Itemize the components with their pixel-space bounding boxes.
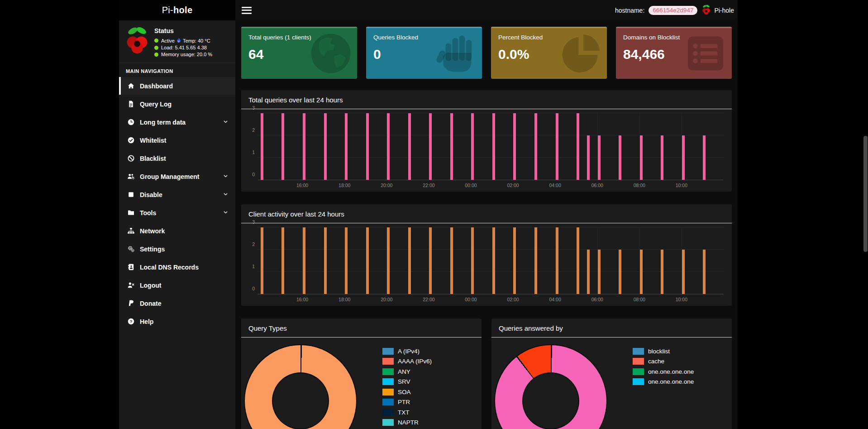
bar-21:05[interactable] (408, 113, 411, 180)
legend-item[interactable]: one.one.one.one (633, 377, 694, 387)
bar-05:05[interactable] (577, 113, 579, 180)
bar-03:05[interactable] (534, 227, 537, 294)
vertical-scrollbar[interactable] (863, 136, 868, 252)
bar-01:05[interactable] (492, 113, 495, 180)
ban-icon (126, 154, 136, 162)
bar-06:05[interactable] (598, 250, 601, 294)
legend-item[interactable]: SOA (382, 387, 432, 397)
bar-15:05[interactable] (281, 227, 284, 294)
sidebar-item-tools[interactable]: Tools (119, 204, 235, 222)
bar-22:05[interactable] (429, 227, 432, 294)
sidebar-item-blacklist[interactable]: Blacklist (119, 149, 235, 167)
bar-20:05[interactable] (387, 227, 390, 294)
bar-07:05[interactable] (619, 135, 621, 180)
card-title: Domains on Blocklist (623, 34, 725, 41)
legend-swatch (633, 378, 644, 385)
bar-21:05[interactable] (408, 227, 411, 294)
legend-item[interactable]: one.one.one.one (633, 366, 694, 377)
bar-18:05[interactable] (345, 227, 348, 294)
bar-04:05[interactable] (556, 227, 558, 294)
bar-09:05[interactable] (661, 135, 663, 180)
bar-10:05[interactable] (682, 135, 685, 180)
card-title: Queries Blocked (373, 34, 475, 41)
legend-item[interactable]: AAAA (IPv6) (382, 357, 432, 367)
sidebar-item-group-management[interactable]: Group Management (119, 168, 235, 185)
bar-00:05[interactable] (471, 113, 474, 180)
queries-answered-donut[interactable] (495, 345, 606, 429)
bar-05:05[interactable] (577, 227, 579, 294)
legend-item[interactable]: TXT (382, 407, 432, 418)
sidebar-item-label: Tools (140, 209, 156, 217)
bar-23:05[interactable] (450, 113, 453, 180)
sidebar-item-query-log[interactable]: Query Log (119, 95, 235, 113)
bar-19:05[interactable] (366, 113, 369, 180)
bar-11:05[interactable] (703, 135, 706, 180)
sidebar-item-whitelist[interactable]: Whitelist (119, 131, 235, 149)
bar-20:05[interactable] (387, 113, 390, 180)
x-axis-tick: 06:00 (591, 297, 603, 302)
sidebar-item-label: Logout (140, 282, 161, 289)
bar-23:05[interactable] (450, 227, 453, 294)
bar-16:05[interactable] (303, 227, 305, 294)
bar-02:05[interactable] (513, 113, 516, 180)
bar-14:05[interactable] (261, 113, 263, 180)
client-activity-chart[interactable]: 012316:0018:0020:0022:0000:0002:0004:000… (241, 223, 732, 306)
bar-08:05[interactable] (640, 250, 643, 294)
legend-label: A (IPv4) (398, 348, 420, 355)
bar-09:05[interactable] (661, 250, 663, 294)
query-types-donut[interactable] (245, 345, 356, 429)
pihole-home-link[interactable]: Pi-hole (701, 5, 734, 16)
bar-00:05[interactable] (471, 227, 474, 294)
card-title: Total queries (1 clients) (248, 34, 350, 41)
legend-item[interactable]: cache (633, 357, 694, 367)
bar-11:05[interactable] (703, 250, 706, 294)
sidebar-item-local-dns-records[interactable]: Local DNS Records (119, 258, 235, 276)
bar-17:05[interactable] (324, 227, 327, 294)
legend-item[interactable]: PTR (382, 397, 432, 408)
topnav-right: hostname: 666154e2d947 Pi-hole (615, 5, 734, 16)
sidebar-item-dashboard[interactable]: Dashboard (119, 77, 235, 95)
sidebar-nav: DashboardQuery LogLong term dataWhitelis… (119, 77, 235, 330)
legend-item[interactable]: ANY (382, 366, 432, 377)
cogs-icon (126, 245, 136, 253)
sidebar-item-network[interactable]: Network (119, 222, 235, 240)
legend-item[interactable]: A (IPv4) (382, 346, 432, 357)
y-axis-tick: 1 (246, 149, 255, 155)
bar-03:05[interactable] (534, 113, 537, 180)
sidebar-item-logout[interactable]: Logout (119, 276, 235, 294)
y-axis-tick: 0 (246, 172, 255, 177)
home-icon (126, 82, 136, 90)
sidebar-item-label: Dashboard (140, 82, 173, 90)
legend-item[interactable]: SRV (382, 377, 432, 387)
bar-08:05[interactable] (640, 135, 643, 180)
sidebar-item-disable[interactable]: Disable (119, 186, 235, 203)
legend-item[interactable]: NAPTR (382, 418, 432, 428)
sidebar-item-long-term-data[interactable]: Long term data (119, 113, 235, 131)
bar-16:05[interactable] (303, 113, 305, 180)
bar-14:05[interactable] (261, 227, 263, 294)
bar-18:05[interactable] (345, 113, 348, 180)
legend-swatch (382, 419, 394, 426)
legend-item[interactable]: blocklist (633, 346, 694, 357)
bar-05:35[interactable] (587, 250, 590, 294)
bar-06:05[interactable] (598, 135, 601, 180)
sidebar-item-help[interactable]: ?Help (119, 313, 235, 330)
y-axis-tick: 2 (246, 241, 255, 247)
bar-17:05[interactable] (324, 113, 327, 180)
hamburger-menu-icon[interactable] (242, 7, 252, 14)
sidebar-item-settings[interactable]: Settings (119, 240, 235, 258)
bar-02:05[interactable] (513, 227, 516, 294)
bar-01:05[interactable] (492, 227, 495, 294)
sidebar-item-label: Long term data (140, 119, 186, 126)
bar-15:05[interactable] (281, 113, 284, 180)
bar-10:05[interactable] (682, 250, 685, 294)
bar-04:05[interactable] (556, 113, 558, 180)
bar-19:05[interactable] (366, 227, 369, 294)
sidebar-item-donate[interactable]: Donate (119, 294, 235, 312)
total-queries-chart[interactable]: 012316:0018:0020:0022:0000:0002:0004:000… (241, 109, 732, 192)
bar-07:05[interactable] (619, 250, 621, 294)
brand-logo[interactable]: Pi-hole (119, 0, 235, 20)
bar-05:35[interactable] (587, 135, 590, 180)
legend-label: SOA (398, 389, 411, 395)
bar-22:05[interactable] (429, 113, 432, 180)
